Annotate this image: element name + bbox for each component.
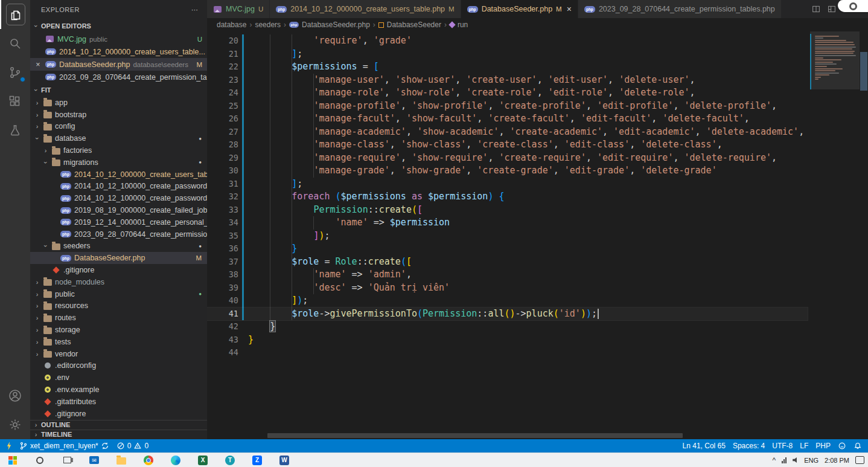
code-line[interactable]: 37 $role = Role::create([ — [207, 256, 808, 269]
code-line[interactable]: 33 Permission::create([ — [207, 204, 808, 217]
code-line[interactable]: 43} — [207, 333, 808, 347]
task-view-icon[interactable] — [62, 455, 72, 466]
open-editor-item[interactable]: ×phpDatabaseSeeder.phpdatabase\seedersM — [30, 58, 207, 71]
teams-icon[interactable]: T — [225, 455, 235, 466]
lightning-icon[interactable] — [6, 442, 12, 450]
tree-item[interactable]: .env — [30, 372, 207, 384]
taskbar-search-icon[interactable] — [34, 455, 45, 466]
edge-icon[interactable] — [170, 455, 181, 466]
volume-icon[interactable] — [793, 457, 798, 463]
outline-header[interactable]: › OUTLINE — [30, 420, 207, 430]
code-line[interactable]: 29 'manage-require', 'show-require', 'cr… — [207, 152, 808, 165]
code-line[interactable]: 39 'desc' => 'Quản trị viên' — [207, 282, 808, 295]
tree-item[interactable]: phpDatabaseSeeder.phpM — [30, 252, 207, 264]
code-line[interactable]: 23 'manage-user', 'show-user', 'create-u… — [207, 74, 808, 87]
code-line[interactable]: 26 'manage-facult', 'show-facult', 'crea… — [207, 112, 808, 126]
code-line[interactable]: 31 ]; — [207, 178, 808, 191]
code-line[interactable]: 44 — [207, 346, 808, 359]
tree-item[interactable]: .gitignore — [30, 264, 207, 276]
language-indicator[interactable]: ENG — [804, 457, 819, 464]
tree-item[interactable]: ›public● — [30, 288, 207, 300]
code-line[interactable]: 20 'require', 'grade' — [207, 34, 808, 48]
minimap[interactable] — [810, 31, 860, 439]
tree-item[interactable]: .env.example — [30, 384, 207, 396]
vertical-scrollbar[interactable] — [860, 31, 868, 439]
tree-item[interactable]: .editorconfig — [30, 360, 207, 372]
scrollbar-thumb[interactable] — [860, 52, 867, 91]
breadcrumb-item[interactable]: seeders — [255, 21, 281, 29]
clock[interactable]: 2:08 PM — [825, 457, 849, 464]
code-line[interactable]: 36 } — [207, 242, 808, 256]
code-line[interactable]: 21 ]; — [207, 48, 808, 61]
tree-item[interactable]: php2014_10_12_000000_create_users_tab...… — [30, 169, 207, 181]
tree-item[interactable]: ›tests — [30, 336, 207, 348]
split-editor-icon[interactable] — [811, 4, 821, 14]
tree-item[interactable]: php2014_10_12_100000_create_password_res… — [30, 181, 207, 193]
sidebar-more-icon[interactable]: ⋯ — [191, 6, 199, 14]
accounts-icon[interactable] — [0, 381, 30, 410]
open-editor-item[interactable]: php2014_10_12_000000_create_users_table.… — [30, 45, 207, 58]
word-icon[interactable]: W — [279, 455, 290, 466]
editor-tab[interactable]: php2014_10_12_000000_create_users_table.… — [270, 0, 461, 18]
explorer-icon[interactable] — [0, 0, 30, 29]
tree-item[interactable]: .gitattributes — [30, 396, 207, 408]
tree-item[interactable]: ›routes — [30, 312, 207, 324]
code-line[interactable]: 38 'name' => 'admin', — [207, 268, 808, 282]
editor-tab[interactable]: php2023_09_28_070644_create_permission_t… — [578, 0, 782, 18]
customize-layout-icon[interactable] — [827, 4, 837, 14]
breadcrumb-item[interactable]: DatabaseSeeder.php — [302, 21, 370, 29]
source-control-icon[interactable] — [0, 58, 30, 87]
action-center-icon[interactable] — [855, 456, 864, 464]
project-root-header[interactable]: › FIT — [30, 83, 207, 97]
close-icon[interactable]: × — [34, 60, 42, 69]
tree-item[interactable]: ›storage — [30, 324, 207, 336]
git-branch-status[interactable]: xet_diem_ren_luyen* — [19, 442, 109, 450]
tray-expand-icon[interactable]: ^ — [773, 456, 776, 465]
open-editor-item[interactable]: php2023_09_28_070644_create_permission_t… — [30, 71, 207, 83]
breadcrumb-item[interactable]: database — [217, 21, 246, 29]
breadcrumb-item[interactable]: DatabaseSeeder — [387, 21, 441, 29]
timeline-header[interactable]: › TIMELINE — [30, 430, 207, 439]
tree-item[interactable]: ›app — [30, 97, 207, 109]
minimap-slider[interactable] — [810, 31, 860, 89]
cursor-position[interactable]: Ln 41, Col 65 — [683, 442, 726, 450]
code-line[interactable]: 24 'manage-role', 'show-role', 'create-r… — [207, 86, 808, 100]
extensions-icon[interactable] — [0, 87, 30, 116]
code-line[interactable]: 30 'manage-grade', 'show-grade', 'create… — [207, 164, 808, 178]
tree-item[interactable]: ›factories — [30, 144, 207, 156]
tree-item[interactable]: ›seeders● — [30, 240, 207, 253]
excel-icon[interactable]: X — [197, 455, 208, 466]
tree-item[interactable]: php2023_09_28_070644_create_permission_t… — [30, 228, 207, 240]
zalo-icon[interactable]: Z — [252, 455, 263, 466]
mail-icon[interactable]: ✉ — [89, 455, 100, 466]
tree-item[interactable]: ›node_modules — [30, 276, 207, 288]
tree-item[interactable]: php2019_12_14_000001_create_personal_acc… — [30, 216, 207, 228]
network-icon[interactable] — [782, 457, 787, 463]
code-line[interactable]: 41 $role->givePermissionTo(Permission::a… — [207, 308, 808, 321]
tree-item[interactable]: .gitignore — [30, 408, 207, 420]
horizontal-scrollbar[interactable] — [267, 433, 683, 438]
settings-gear-icon[interactable] — [0, 410, 30, 439]
close-icon[interactable]: × — [567, 4, 572, 14]
code-line[interactable]: 27 'manage-academic', 'show-academic', '… — [207, 126, 808, 139]
chrome-icon[interactable] — [143, 455, 154, 466]
file-explorer-icon[interactable] — [116, 455, 127, 466]
editor-tab[interactable]: phpDatabaseSeeder.phpM× — [461, 0, 578, 18]
code-line[interactable]: 25 'manage-profile', 'show-profile', 'cr… — [207, 100, 808, 113]
tree-item[interactable]: ›bootstrap — [30, 109, 207, 121]
feedback-icon[interactable] — [838, 442, 846, 450]
problems-status[interactable]: 0 0 — [116, 442, 148, 450]
editor-tab[interactable]: MVC.jpgU — [207, 0, 270, 18]
tree-item[interactable]: ›database● — [30, 132, 207, 144]
tree-item[interactable]: php2019_08_19_000000_create_failed_jobs_… — [30, 204, 207, 216]
code-line[interactable]: 28 'manage-class', 'show-class', 'create… — [207, 138, 808, 152]
eol-status[interactable]: LF — [800, 442, 808, 450]
start-button[interactable] — [7, 455, 18, 466]
tree-item[interactable]: ›vendor — [30, 348, 207, 360]
tree-item[interactable]: ›migrations● — [30, 156, 207, 169]
code-line[interactable]: 22 $permissions = [ — [207, 60, 808, 74]
open-editors-header[interactable]: › OPEN EDITORS — [30, 19, 207, 33]
open-editor-item[interactable]: MVC.jpgpublicU — [30, 33, 207, 45]
tree-item[interactable]: ›config — [30, 121, 207, 133]
tree-item[interactable]: php2014_10_12_100000_create_password_res… — [30, 192, 207, 204]
